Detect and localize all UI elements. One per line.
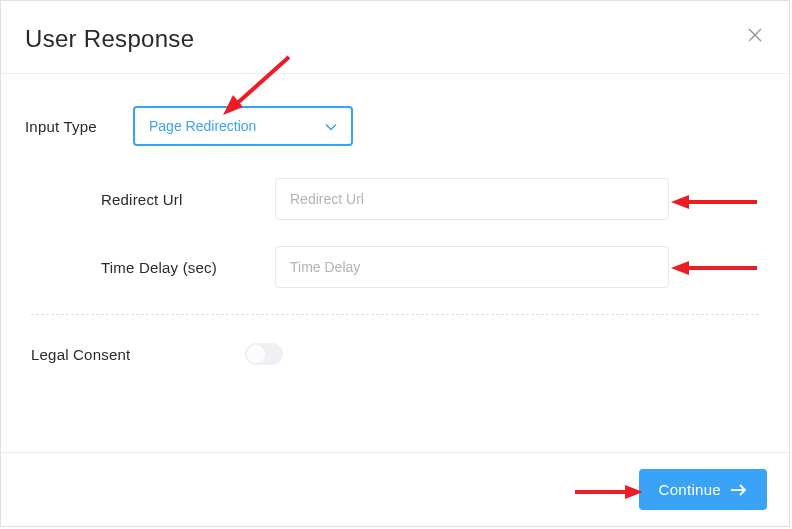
divider	[31, 314, 759, 315]
modal-body: Input Type Page Redirection Redirect Url…	[1, 74, 789, 389]
arrow-right-icon	[731, 484, 747, 496]
legal-consent-row: Legal Consent	[25, 343, 765, 365]
legal-consent-toggle[interactable]	[245, 343, 283, 365]
input-type-row: Input Type Page Redirection	[25, 106, 765, 146]
modal-title: User Response	[25, 25, 194, 53]
redirect-url-row: Redirect Url	[25, 178, 765, 220]
user-response-modal: User Response Input Type Page Redirectio…	[0, 0, 790, 527]
toggle-knob	[247, 345, 265, 363]
close-icon[interactable]	[745, 25, 765, 45]
input-type-label: Input Type	[25, 118, 125, 135]
input-type-select[interactable]: Page Redirection	[133, 106, 353, 146]
time-delay-row: Time Delay (sec)	[25, 246, 765, 288]
modal-footer: Continue	[1, 452, 789, 526]
redirect-url-label: Redirect Url	[25, 191, 275, 208]
time-delay-label: Time Delay (sec)	[25, 259, 275, 276]
continue-button-label: Continue	[659, 481, 721, 498]
redirect-url-input[interactable]	[275, 178, 669, 220]
time-delay-input[interactable]	[275, 246, 669, 288]
legal-consent-label: Legal Consent	[25, 346, 225, 363]
chevron-down-icon	[325, 118, 337, 134]
continue-button[interactable]: Continue	[639, 469, 767, 510]
modal-header: User Response	[1, 1, 789, 74]
input-type-select-wrapper: Page Redirection	[133, 106, 353, 146]
input-type-selected-value: Page Redirection	[149, 118, 256, 134]
